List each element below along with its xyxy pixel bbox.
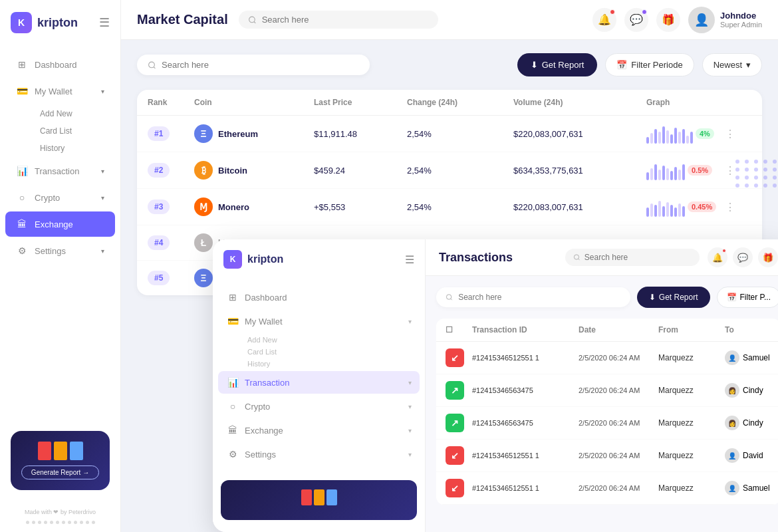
overlay-nav-settings[interactable]: ⚙ Settings ▾ bbox=[218, 443, 420, 466]
sidebar-item-dashboard[interactable]: ⊞ Dashboard bbox=[5, 52, 115, 77]
tx-date: 2/5/2020 06:24 AM bbox=[579, 452, 658, 460]
pct-badge: 4% bbox=[696, 128, 714, 139]
gift-button[interactable]: 🎁 bbox=[758, 247, 778, 267]
change-cell: 2,54% bbox=[407, 166, 513, 176]
notification-button[interactable]: 🔔 bbox=[708, 247, 727, 267]
message-button[interactable]: 💬 bbox=[733, 247, 753, 267]
svg-point-1 bbox=[149, 62, 155, 68]
generate-report-button[interactable]: Generate Report → bbox=[21, 466, 99, 479]
sidebar-item-label: Settings bbox=[35, 246, 94, 256]
get-report-button[interactable]: ⬇ Get Report bbox=[637, 287, 710, 308]
mini-chart bbox=[646, 160, 685, 180]
tx-search-bar[interactable] bbox=[565, 249, 700, 266]
tx-date: 2/5/2020 06:24 AM bbox=[579, 419, 658, 427]
to-header: To bbox=[725, 325, 778, 334]
tx-id: #12415346512551 1 bbox=[472, 354, 579, 362]
chevron-down-icon: ▾ bbox=[746, 60, 751, 70]
overlay-nav-exchange[interactable]: 🏛 Exchange ▾ bbox=[218, 419, 420, 442]
transactions-panel: Transactions 🔔 💬 🎁 ⬇ Get Report bbox=[426, 239, 778, 532]
header-search-input[interactable] bbox=[262, 15, 429, 25]
sidebar-item-history[interactable]: History bbox=[29, 140, 120, 157]
footer-dots bbox=[11, 521, 110, 524]
coin-icon: Ξ bbox=[194, 269, 213, 287]
wallet-icon: 💳 bbox=[226, 316, 239, 327]
header-search-bar[interactable] bbox=[239, 11, 438, 29]
book-icon-yellow bbox=[314, 489, 324, 505]
row-menu-button[interactable]: ⋮ bbox=[725, 128, 751, 140]
tx-body-search-input[interactable] bbox=[458, 293, 621, 302]
tx-body-search[interactable] bbox=[436, 287, 630, 307]
overlay-sub-history[interactable]: History bbox=[247, 358, 420, 370]
tx-id: #12415346563475 bbox=[472, 386, 579, 394]
svg-point-2 bbox=[574, 255, 579, 259]
report-card: Generate Report → bbox=[11, 431, 110, 490]
notification-button[interactable]: 🔔 bbox=[592, 8, 616, 32]
sidebar-logo-area: K kripton ☰ bbox=[0, 0, 120, 45]
gift-button[interactable]: 🎁 bbox=[656, 8, 680, 32]
tx-body: ⬇ Get Report 📅 Filter P... ☐ Transaction… bbox=[426, 276, 778, 515]
market-search-input[interactable] bbox=[162, 60, 359, 70]
overlay-wallet-sub: Add New Card List History bbox=[218, 334, 420, 370]
coin-icon: Ξ bbox=[194, 124, 213, 143]
hamburger-button[interactable]: ☰ bbox=[99, 15, 110, 30]
sidebar-item-settings[interactable]: ⚙ Settings ▾ bbox=[5, 238, 115, 263]
coin-header: Coin bbox=[194, 98, 314, 107]
filter-periode-button[interactable]: 📅 Filter Periode bbox=[605, 53, 694, 76]
sidebar-item-crypto[interactable]: ○ Crypto ▾ bbox=[5, 185, 115, 210]
message-badge bbox=[642, 9, 647, 15]
change-header: Change (24h) bbox=[407, 98, 513, 107]
sidebar-item-transaction[interactable]: 📊 Transaction ▾ bbox=[5, 158, 115, 184]
tx-header-icons: 🔔 💬 🎁 bbox=[708, 247, 778, 267]
user-role: Super Admin bbox=[720, 21, 762, 29]
table-row: #3 Ɱ Monero +$5,553 2,54% $220,083,007,6… bbox=[137, 189, 762, 225]
tx-from: Marquezz bbox=[658, 451, 725, 460]
overlay-nav: ⊞ Dashboard 💳 My Wallet ▾ Add New Card L… bbox=[213, 279, 425, 472]
calendar-icon: 📅 bbox=[727, 293, 737, 302]
overlay-logo-area: K kripton ☰ bbox=[213, 239, 425, 279]
sidebar-item-card-list[interactable]: Card List bbox=[29, 122, 120, 140]
tx-to: 👤 Samuel bbox=[725, 481, 778, 495]
tx-row: ↙ #12415346512551 1 2/5/2020 06:24 AM Ma… bbox=[436, 342, 778, 374]
sidebar-item-label: My Wallet bbox=[35, 86, 94, 96]
tx-status-indicator: ↗ bbox=[446, 414, 464, 432]
sidebar-item-my-wallet[interactable]: 💳 My Wallet ▾ bbox=[5, 78, 115, 104]
tx-search-input[interactable] bbox=[584, 253, 692, 262]
filter-period-button[interactable]: 📅 Filter P... bbox=[717, 287, 778, 308]
book-icon-red bbox=[301, 489, 312, 505]
row-menu-button[interactable]: ⋮ bbox=[725, 201, 751, 213]
message-button[interactable]: 💬 bbox=[624, 8, 648, 32]
tx-from: Marquezz bbox=[658, 386, 725, 395]
get-report-button[interactable]: ⬇ Get Report bbox=[517, 53, 598, 76]
pct-badge: 0.5% bbox=[688, 165, 712, 176]
rank-badge: #5 bbox=[148, 271, 170, 285]
sidebar-item-label: Crypto bbox=[35, 193, 94, 203]
coin-name: Ethereum bbox=[218, 129, 258, 139]
tx-from: Marquezz bbox=[658, 353, 725, 362]
sidebar-item-add-new[interactable]: Add New bbox=[29, 105, 120, 122]
overlay-nav-dashboard[interactable]: ⊞ Dashboard bbox=[218, 286, 420, 309]
overlay-nav-my-wallet[interactable]: 💳 My Wallet ▾ bbox=[218, 310, 420, 332]
nav-label: Crypto bbox=[245, 402, 403, 412]
change-cell: 2,54% bbox=[407, 129, 513, 139]
sidebar-footer: Made with ❤ by Peterdrivo bbox=[0, 501, 120, 532]
overlay-sub-add-new[interactable]: Add New bbox=[247, 334, 420, 346]
overlay-hamburger-button[interactable]: ☰ bbox=[405, 253, 414, 266]
overlay-logo-text: kripton bbox=[247, 253, 283, 265]
newest-button[interactable]: Newest ▾ bbox=[702, 53, 762, 76]
overlay-nav-crypto[interactable]: ○ Crypto ▾ bbox=[218, 395, 420, 418]
market-search-bar[interactable] bbox=[137, 55, 370, 75]
tx-to: 👩 Cindy bbox=[725, 416, 778, 430]
sidebar-item-exchange[interactable]: 🏛 Exchange bbox=[5, 211, 115, 237]
book-icon-blue bbox=[70, 442, 83, 460]
overlay-nav-transaction[interactable]: 📊 Transaction ▾ bbox=[218, 371, 420, 394]
volume-cell: $220,083,007,631 bbox=[513, 202, 646, 212]
transactions-title: Transactions bbox=[439, 251, 557, 265]
overlay-sub-card-list[interactable]: Card List bbox=[247, 346, 420, 358]
svg-point-0 bbox=[249, 17, 255, 23]
tx-to: 👩 Cindy bbox=[725, 383, 778, 398]
book-icon-red bbox=[38, 442, 51, 460]
tx-status-indicator: ↗ bbox=[446, 381, 464, 400]
search-icon bbox=[148, 61, 156, 70]
mini-chart bbox=[646, 197, 685, 217]
to-avatar: 👤 bbox=[725, 448, 739, 463]
